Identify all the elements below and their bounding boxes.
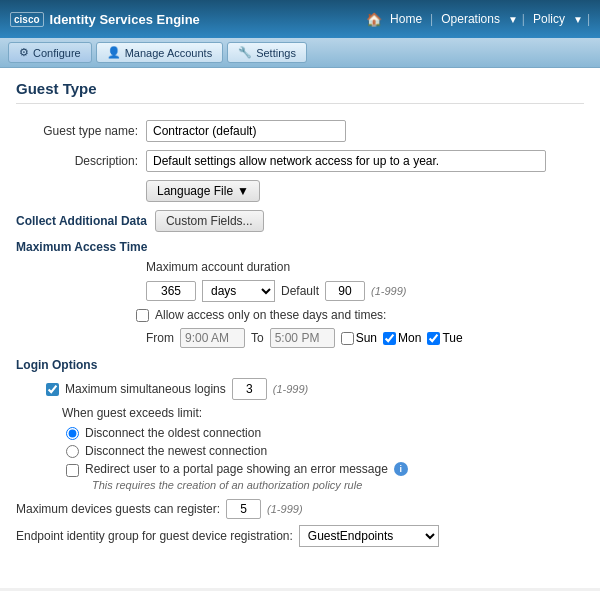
duration-unit-select[interactable]: days minutes hours weeks months years — [202, 280, 275, 302]
nav-sep1: | — [430, 12, 433, 26]
max-simultaneous-label: Maximum simultaneous logins — [65, 382, 226, 396]
tue-checkbox[interactable] — [427, 332, 440, 345]
default-value-input[interactable] — [325, 281, 365, 301]
configure-tab[interactable]: ⚙ Configure — [8, 42, 92, 63]
default-text-label: Default — [281, 284, 319, 298]
app-title: Identity Services Engine — [50, 12, 200, 27]
disconnect-newest-label: Disconnect the newest connection — [85, 444, 267, 458]
maximum-access-time-section: Maximum Access Time Maximum account dura… — [16, 240, 584, 348]
max-account-duration-label: Maximum account duration — [146, 260, 290, 274]
max-devices-label: Maximum devices guests can register: — [16, 502, 220, 516]
max-devices-row: Maximum devices guests can register: (1-… — [16, 499, 584, 519]
top-nav: 🏠 Home | Operations ▼ | Policy ▼ | — [366, 10, 590, 28]
nav-operations[interactable]: Operations — [437, 10, 504, 28]
guest-type-name-row: Guest type name: — [16, 120, 584, 142]
page-title: Guest Type — [16, 80, 584, 104]
disconnect-oldest-label: Disconnect the oldest connection — [85, 426, 261, 440]
sun-label: Sun — [356, 331, 377, 345]
tue-day: Tue — [427, 331, 462, 345]
endpoint-select[interactable]: GuestEndpoints — [299, 525, 439, 547]
mon-checkbox[interactable] — [383, 332, 396, 345]
from-time-input[interactable] — [180, 328, 245, 348]
language-file-button[interactable]: Language File ▼ — [146, 180, 260, 202]
redirect-row: Redirect user to a portal page showing a… — [66, 462, 584, 477]
when-guest-exceeds-row: When guest exceeds limit: — [62, 406, 584, 420]
duration-range-label: (1-999) — [371, 285, 406, 297]
max-simultaneous-row: Maximum simultaneous logins (1-999) — [46, 378, 584, 400]
tue-label: Tue — [442, 331, 462, 345]
login-options-title: Login Options — [16, 358, 584, 372]
home-icon: 🏠 — [366, 12, 382, 27]
description-row: Description: — [16, 150, 584, 172]
simultaneous-range-label: (1-999) — [273, 383, 308, 395]
to-time-input[interactable] — [270, 328, 335, 348]
manage-accounts-icon: 👤 — [107, 46, 121, 59]
nav-sep2: | — [522, 12, 525, 26]
dropdown-arrow-icon: ▼ — [237, 184, 249, 198]
info-icon[interactable]: i — [394, 462, 408, 476]
devices-range-label: (1-999) — [267, 503, 302, 515]
cisco-logo: cisco — [10, 12, 44, 27]
time-range-row: From To Sun Mon Tue — [146, 328, 584, 348]
duration-value-input[interactable] — [146, 281, 196, 301]
language-file-row: Language File ▼ — [16, 180, 584, 202]
logo-area: cisco Identity Services Engine — [10, 12, 200, 27]
sun-checkbox[interactable] — [341, 332, 354, 345]
disconnect-newest-row: Disconnect the newest connection — [66, 444, 584, 458]
guest-type-name-input[interactable] — [146, 120, 346, 142]
allow-access-row: Allow access only on these days and time… — [136, 308, 584, 322]
settings-icon: 🔧 — [238, 46, 252, 59]
to-label: To — [251, 331, 264, 345]
endpoint-label: Endpoint identity group for guest device… — [16, 529, 293, 543]
mon-label: Mon — [398, 331, 421, 345]
max-devices-input[interactable] — [226, 499, 261, 519]
nav-home[interactable]: Home — [386, 10, 426, 28]
sub-navigation: ⚙ Configure 👤 Manage Accounts 🔧 Settings — [0, 38, 600, 68]
nav-policy[interactable]: Policy — [529, 10, 569, 28]
when-guest-exceeds-label: When guest exceeds limit: — [62, 406, 202, 420]
description-input[interactable] — [146, 150, 546, 172]
guest-type-name-label: Guest type name: — [16, 124, 146, 138]
mon-day: Mon — [383, 331, 421, 345]
app-header: cisco Identity Services Engine 🏠 Home | … — [0, 0, 600, 38]
max-simultaneous-checkbox[interactable] — [46, 383, 59, 396]
sun-day: Sun — [341, 331, 377, 345]
policy-dropdown-icon[interactable]: ▼ — [573, 14, 583, 25]
maximum-access-time-title: Maximum Access Time — [16, 240, 584, 254]
endpoint-identity-row: Endpoint identity group for guest device… — [16, 525, 584, 547]
redirect-label: Redirect user to a portal page showing a… — [85, 462, 388, 476]
collect-additional-data-row: Collect Additional Data Custom Fields... — [16, 210, 584, 232]
description-label: Description: — [16, 154, 146, 168]
from-label: From — [146, 331, 174, 345]
duration-inputs-row: days minutes hours weeks months years De… — [146, 280, 584, 302]
settings-tab[interactable]: 🔧 Settings — [227, 42, 307, 63]
disconnect-oldest-radio[interactable] — [66, 427, 79, 440]
manage-accounts-tab[interactable]: 👤 Manage Accounts — [96, 42, 223, 63]
custom-fields-button[interactable]: Custom Fields... — [155, 210, 264, 232]
configure-icon: ⚙ — [19, 46, 29, 59]
disconnect-oldest-row: Disconnect the oldest connection — [66, 426, 584, 440]
max-simultaneous-input[interactable] — [232, 378, 267, 400]
allow-access-checkbox[interactable] — [136, 309, 149, 322]
nav-sep3: | — [587, 12, 590, 26]
main-content: Guest Type Guest type name: Description:… — [0, 68, 600, 588]
operations-dropdown-icon[interactable]: ▼ — [508, 14, 518, 25]
collect-additional-data-label: Collect Additional Data — [16, 214, 155, 228]
allow-access-label: Allow access only on these days and time… — [155, 308, 386, 322]
disconnect-newest-radio[interactable] — [66, 445, 79, 458]
redirect-note: This requires the creation of an authori… — [92, 479, 584, 491]
max-account-duration-row: Maximum account duration — [146, 260, 584, 274]
redirect-checkbox[interactable] — [66, 464, 79, 477]
login-options-section: Login Options Maximum simultaneous login… — [16, 358, 584, 547]
